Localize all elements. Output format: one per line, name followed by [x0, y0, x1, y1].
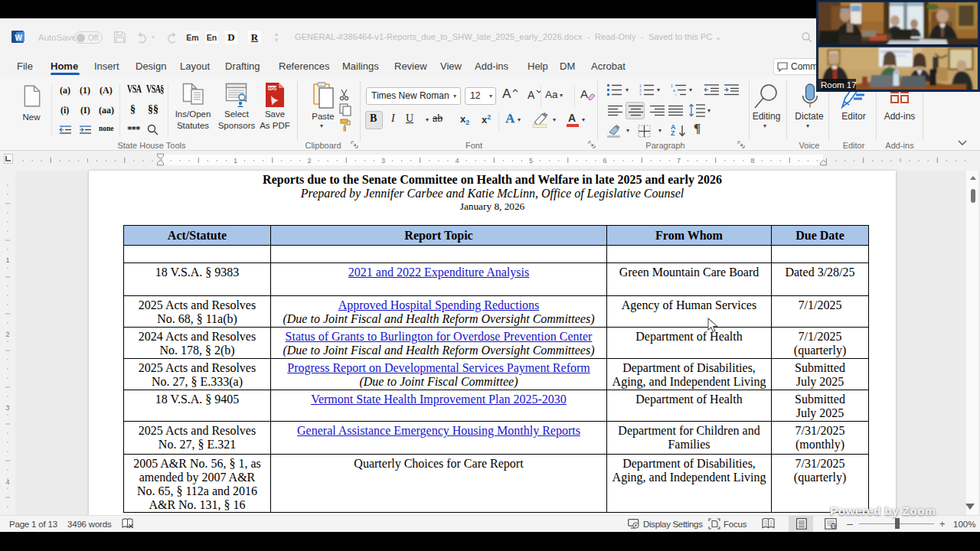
- svg-text:5: 5: [529, 157, 533, 165]
- svg-text:8: 8: [750, 157, 754, 165]
- svg-text:1: 1: [234, 157, 237, 165]
- svg-text:7: 7: [677, 157, 681, 165]
- svg-text:6: 6: [603, 157, 606, 165]
- svg-text:1: 1: [5, 256, 9, 264]
- svg-text:2: 2: [307, 157, 311, 165]
- svg-text:4: 4: [455, 157, 459, 165]
- svg-text:3: 3: [5, 404, 9, 412]
- svg-text:Room 17: Room 17: [821, 80, 857, 90]
- svg-text:W: W: [15, 34, 23, 42]
- svg-text:4: 4: [5, 478, 9, 486]
- svg-text:2: 2: [5, 331, 9, 338]
- svg-text:i: i: [675, 93, 676, 96]
- svg-text:3: 3: [381, 157, 385, 165]
- svg-text:3: 3: [639, 93, 642, 96]
- svg-text:PDF: PDF: [269, 86, 278, 91]
